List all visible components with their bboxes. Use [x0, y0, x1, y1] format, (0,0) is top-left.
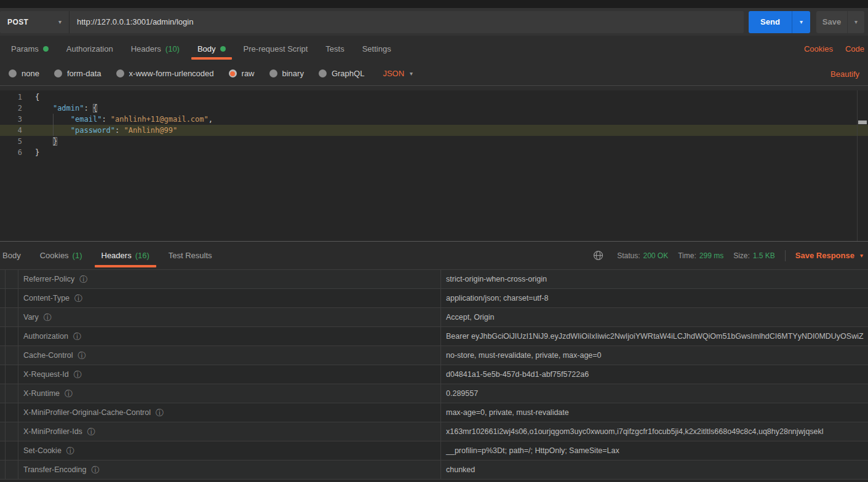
header-value: __profilin=p%3Dt; path=/; HttpOnly; Same… [446, 446, 619, 455]
body-code-editor[interactable]: 1{2 "admin": {3 "email": "anhlinh+11@gma… [0, 90, 868, 241]
cookies-link[interactable]: Cookies [804, 44, 833, 53]
beautify-link[interactable]: Beautify [830, 69, 859, 79]
request-tab-label: Params [11, 44, 39, 53]
header-key-cell: X-MiniProfiler-Original-Cache-Controlⓘ [18, 403, 441, 422]
editor-scrollbar-track[interactable] [857, 90, 868, 241]
chevron-down-icon: ▾ [800, 19, 803, 25]
radio-selected-icon [229, 69, 237, 77]
radio-icon [116, 69, 124, 77]
radio-icon [9, 69, 17, 77]
body-mode-options: noneform-datax-www-form-urlencodedrawbin… [9, 69, 379, 78]
response-tab-label: Headers [102, 251, 132, 260]
request-tab-params[interactable]: Params [5, 36, 55, 61]
header-key-cell: Cache-Controlⓘ [18, 346, 441, 365]
header-key-cell: Content-Typeⓘ [18, 289, 441, 307]
response-tab-test-results[interactable]: Test Results [162, 242, 219, 269]
info-icon[interactable]: ⓘ [79, 275, 87, 283]
token-str: "anhlinh+11@gmail.com" [111, 115, 209, 124]
response-tab-headers[interactable]: Headers(16) [95, 242, 156, 269]
header-value-cell: d04841a1-5e5b-457d-b4d1-abf75f5722a6 [441, 365, 868, 384]
row-gutter-cell [6, 422, 18, 441]
language-select[interactable]: JSON ▾ [383, 69, 413, 78]
request-bar: POST ▾ Send ▾ Save ▾ [0, 8, 868, 36]
send-options-button[interactable]: ▾ [792, 11, 810, 33]
send-button[interactable]: Send [749, 11, 792, 33]
header-row: AuthorizationⓘBearer eyJhbGciOiJIUzI1NiJ… [0, 326, 868, 346]
token-punc: { [35, 93, 39, 101]
url-input[interactable] [70, 11, 744, 33]
save-response-button[interactable]: Save Response ▾ [795, 251, 863, 260]
header-value: Accept, Origin [446, 313, 495, 322]
response-tab-label: Body [2, 251, 21, 260]
status-indicator: Status: 200 OK [617, 251, 668, 260]
response-tab-cookies[interactable]: Cookies(1) [33, 242, 89, 269]
token-key: "admin" [53, 104, 84, 113]
info-icon[interactable]: ⓘ [73, 333, 81, 341]
token-punc: , [209, 115, 213, 124]
body-mode-binary[interactable]: binary [269, 69, 304, 78]
editor-scrollbar-thumb[interactable] [858, 120, 867, 124]
row-gutter-cell [6, 327, 18, 346]
code-link[interactable]: Code [845, 44, 864, 53]
info-icon[interactable]: ⓘ [87, 428, 95, 436]
info-icon[interactable]: ⓘ [74, 294, 82, 302]
info-icon[interactable]: ⓘ [66, 447, 74, 455]
body-mode-form-data[interactable]: form-data [54, 69, 102, 78]
radio-icon [54, 69, 62, 77]
info-icon[interactable]: ⓘ [65, 390, 73, 398]
info-icon[interactable]: ⓘ [44, 314, 52, 322]
header-key-cell: Transfer-Encodingⓘ [18, 460, 441, 479]
code-line-3: 3 "email": "anhlinh+11@gmail.com", [0, 114, 868, 125]
method-select[interactable]: POST ▾ [0, 11, 70, 33]
request-tab-tests[interactable]: Tests [319, 36, 350, 61]
header-key: X-Request-Id [23, 370, 69, 379]
row-edge-cell [0, 346, 6, 365]
body-mode-x-www-form-urlencoded[interactable]: x-www-form-urlencoded [116, 69, 214, 78]
header-value-cell: Accept, Origin [441, 308, 868, 326]
globe-icon[interactable] [593, 250, 603, 261]
size-label: Size: [733, 251, 750, 260]
info-icon[interactable]: ⓘ [74, 371, 82, 379]
request-tabs-right: Cookies Code [804, 36, 868, 61]
save-button-group: Save ▾ [816, 11, 864, 33]
request-tab-authorization[interactable]: Authorization [60, 36, 119, 61]
header-key: Content-Type [23, 294, 70, 302]
header-key: X-Runtime [23, 389, 60, 398]
info-icon[interactable]: ⓘ [91, 466, 99, 474]
size-indicator: Size: 1.5 KB [733, 251, 775, 260]
body-mode-none[interactable]: none [9, 69, 39, 78]
save-button[interactable]: Save [816, 11, 847, 33]
request-tab-body[interactable]: Body [191, 36, 232, 61]
request-tabs: ParamsAuthorizationHeaders(10)BodyPre-re… [0, 36, 868, 61]
response-tab-label: Cookies [40, 251, 69, 260]
request-tab-headers[interactable]: Headers(10) [125, 36, 186, 61]
row-gutter-cell [6, 270, 18, 288]
header-key-cell: X-Runtimeⓘ [18, 384, 441, 403]
header-key: Set-Cookie [23, 446, 62, 455]
info-icon[interactable]: ⓘ [78, 352, 86, 360]
request-tab-label: Settings [362, 44, 391, 53]
header-key-cell: X-Request-Idⓘ [18, 365, 441, 384]
code-line-6: 6} [0, 147, 868, 158]
code-text: "email": "anhlinh+11@gmail.com", [35, 115, 213, 124]
response-tab-label: Test Results [169, 251, 212, 260]
body-mode-raw[interactable]: raw [229, 69, 255, 78]
row-edge-cell [0, 327, 6, 346]
body-mode-label: form-data [67, 69, 102, 78]
header-value-cell: chunked [441, 460, 868, 479]
body-mode-GraphQL[interactable]: GraphQL [319, 69, 364, 78]
header-row: VaryⓘAccept, Origin [0, 307, 868, 326]
info-icon[interactable]: ⓘ [156, 409, 164, 417]
header-value: x163mr102661i2wj4s06,o1ourjqgom3uyc0xwuo… [446, 427, 824, 436]
chevron-down-icon: ▾ [860, 253, 863, 259]
row-edge-cell [0, 403, 6, 422]
save-response-label: Save Response [795, 251, 854, 260]
body-mode-label: GraphQL [332, 69, 364, 78]
request-tab-pre-request-script[interactable]: Pre-request Script [237, 36, 314, 61]
time-indicator: Time: 299 ms [678, 251, 723, 260]
save-options-button[interactable]: ▾ [847, 11, 864, 33]
token-punc [35, 104, 53, 113]
header-row: Cache-Controlⓘno-store, must-revalidate,… [0, 346, 868, 365]
request-tab-settings[interactable]: Settings [356, 36, 397, 61]
response-tab-body[interactable]: Body [0, 242, 28, 269]
